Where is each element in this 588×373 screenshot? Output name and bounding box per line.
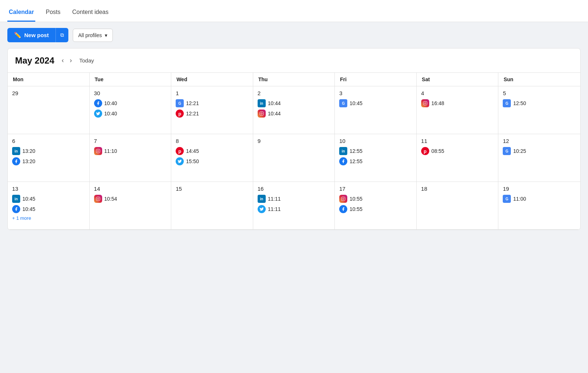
- facebook-icon: [12, 205, 20, 213]
- day-number: 5: [503, 90, 576, 96]
- post-time: 10:55: [349, 206, 362, 212]
- day-number: 14: [94, 186, 167, 192]
- post-entry[interactable]: in10:45: [12, 195, 85, 203]
- day-number: 15: [176, 186, 248, 192]
- post-entry[interactable]: 10:55: [339, 205, 412, 213]
- day-number: 19: [503, 186, 576, 192]
- pencil-icon: ✏️: [14, 32, 21, 39]
- post-entry[interactable]: 11:10: [94, 147, 167, 155]
- pinterest-icon: p: [176, 110, 184, 118]
- tab-bar: Calendar Posts Content ideas: [0, 0, 588, 22]
- day-cell[interactable]: 1G12:21p12:21: [171, 86, 253, 134]
- post-time: 10:45: [22, 206, 35, 212]
- svg-rect-2: [423, 101, 427, 105]
- next-month-button[interactable]: ›: [67, 55, 75, 66]
- gbusiness-icon: G: [503, 147, 511, 155]
- post-entry[interactable]: p14:45: [176, 147, 248, 155]
- post-entry[interactable]: 10:54: [94, 195, 167, 203]
- post-time: 10:25: [513, 148, 526, 154]
- post-entry[interactable]: 10:40: [94, 110, 167, 118]
- facebook-icon: [339, 205, 347, 213]
- post-time: 12:55: [349, 148, 362, 154]
- twitter-icon: [94, 110, 102, 118]
- day-cell[interactable]: 2in10:4410:44: [253, 86, 335, 134]
- day-cell[interactable]: 12G10:25: [498, 134, 580, 182]
- facebook-icon: [339, 157, 347, 165]
- linkedin-icon: in: [12, 195, 20, 203]
- day-number: 7: [94, 138, 167, 144]
- instagram-icon: [94, 147, 102, 155]
- post-entry[interactable]: in12:55: [339, 147, 412, 155]
- day-number: 16: [258, 186, 330, 192]
- tab-calendar[interactable]: Calendar: [7, 9, 35, 22]
- post-entry[interactable]: in13:20: [12, 147, 85, 155]
- copy-icon: ⧉: [60, 32, 64, 38]
- day-cell[interactable]: 6in13:2013:20: [8, 134, 90, 182]
- day-cell[interactable]: 16in11:1111:11: [253, 182, 335, 230]
- post-time: 12:50: [513, 100, 526, 106]
- day-number: 17: [339, 186, 412, 192]
- app-container: Calendar Posts Content ideas ✏️ New post…: [0, 0, 588, 373]
- day-cell[interactable]: 15: [171, 182, 253, 230]
- calendar-header: May 2024 ‹ › Today: [8, 49, 580, 73]
- day-cell[interactable]: 18: [417, 182, 499, 230]
- gbusiness-icon: G: [503, 195, 511, 203]
- post-entry[interactable]: G10:25: [503, 147, 576, 155]
- more-posts-link[interactable]: + 1 more: [12, 215, 85, 221]
- tab-content-ideas[interactable]: Content ideas: [71, 9, 110, 22]
- day-cell[interactable]: 8p14:4515:50: [171, 134, 253, 182]
- day-cell[interactable]: 13in10:4510:45+ 1 more: [8, 182, 90, 230]
- day-number: 29: [12, 90, 85, 96]
- calendar-weeks: 293010:4010:401G12:21p12:212in10:4410:44…: [8, 86, 580, 230]
- new-post-button[interactable]: ✏️ New post: [7, 28, 55, 42]
- post-entry[interactable]: 16:48: [421, 99, 494, 107]
- day-cell[interactable]: 416:48: [417, 86, 499, 134]
- day-cell[interactable]: 11p08:55: [417, 134, 499, 182]
- post-time: 11:11: [268, 206, 281, 212]
- post-time: 10:45: [22, 196, 35, 202]
- post-entry[interactable]: G10:45: [339, 99, 412, 107]
- instagram-icon: [339, 195, 347, 203]
- post-entry[interactable]: G11:00: [503, 195, 576, 203]
- day-cell[interactable]: 5G12:50: [498, 86, 580, 134]
- twitter-icon: [258, 205, 266, 213]
- post-entry[interactable]: 10:45: [12, 205, 85, 213]
- tab-posts[interactable]: Posts: [44, 9, 62, 22]
- linkedin-icon: in: [258, 99, 266, 107]
- day-cell[interactable]: 1710:5510:55: [335, 182, 417, 230]
- post-entry[interactable]: 13:20: [12, 157, 85, 165]
- day-header-sat: Sat: [417, 73, 499, 86]
- svg-rect-0: [260, 112, 263, 115]
- today-button[interactable]: Today: [76, 56, 97, 65]
- post-entry[interactable]: 12:55: [339, 157, 412, 165]
- day-cell[interactable]: 10in12:5512:55: [335, 134, 417, 182]
- post-entry[interactable]: 10:40: [94, 99, 167, 107]
- post-entry[interactable]: G12:21: [176, 99, 248, 107]
- day-cell[interactable]: 29: [8, 86, 90, 134]
- profiles-dropdown[interactable]: All profiles ▾: [73, 29, 113, 42]
- post-entry[interactable]: G12:50: [503, 99, 576, 107]
- day-cell[interactable]: 19G11:00: [498, 182, 580, 230]
- post-entry[interactable]: 10:55: [339, 195, 412, 203]
- post-entry[interactable]: 11:11: [258, 205, 330, 213]
- day-cell[interactable]: 3G10:45: [335, 86, 417, 134]
- prev-month-button[interactable]: ‹: [59, 55, 67, 66]
- day-cell[interactable]: 1410:54: [90, 182, 172, 230]
- post-entry[interactable]: 15:50: [176, 157, 248, 165]
- post-entry[interactable]: in10:44: [258, 99, 330, 107]
- linkedin-icon: in: [339, 147, 347, 155]
- new-post-copy-button[interactable]: ⧉: [55, 28, 68, 42]
- day-cell[interactable]: 3010:4010:40: [90, 86, 172, 134]
- post-entry[interactable]: 10:44: [258, 110, 330, 118]
- post-entry[interactable]: in11:11: [258, 195, 330, 203]
- day-cell[interactable]: 711:10: [90, 134, 172, 182]
- calendar-day-headers: Mon Tue Wed Thu Fri Sat Sun: [8, 73, 580, 86]
- svg-rect-8: [341, 197, 345, 201]
- day-number: 4: [421, 90, 494, 96]
- day-number: 18: [421, 186, 494, 192]
- day-number: 12: [503, 138, 576, 144]
- post-entry[interactable]: p08:55: [421, 147, 494, 155]
- day-cell[interactable]: 9: [253, 134, 335, 182]
- post-entry[interactable]: p12:21: [176, 110, 248, 118]
- post-time: 12:21: [186, 100, 199, 106]
